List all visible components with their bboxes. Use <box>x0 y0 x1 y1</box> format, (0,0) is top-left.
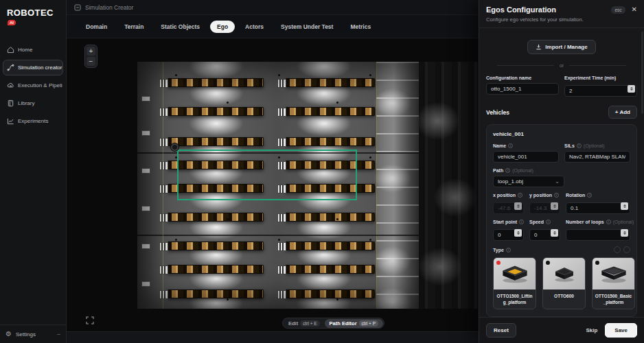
sils-input[interactable] <box>564 151 630 163</box>
panel-body: Import / Manage or Configuration name Ex… <box>479 28 644 317</box>
save-button[interactable]: Save <box>605 323 637 338</box>
vehicle-card: vehicle_001 Name SILs(Optional) Path(Opt… <box>486 124 637 317</box>
path-label: Path <box>493 168 503 173</box>
warehouse-map[interactable] <box>137 62 419 309</box>
cloud-pipeline-icon <box>7 82 14 89</box>
name-label: Name <box>493 143 506 148</box>
vehicle-name-input[interactable] <box>493 151 559 163</box>
experiment-time-label: Experiment Time (min) <box>564 75 616 80</box>
close-icon[interactable]: ✕ <box>632 6 637 13</box>
settings-row[interactable]: ⚙ Settings – <box>0 324 66 343</box>
tab-terrain[interactable]: Terrain <box>117 21 150 33</box>
robot-otto600-illustration <box>550 264 579 283</box>
import-manage-button[interactable]: Import / Manage <box>527 40 595 54</box>
vehicles-heading: Vehicles <box>486 109 509 116</box>
type-card-label: OTTO1500_Lifting_platform <box>494 289 536 309</box>
tab-domain[interactable]: Domain <box>79 21 114 33</box>
path-select[interactable]: loop_1.obj ⌄ <box>493 176 564 187</box>
info-icon[interactable] <box>505 168 510 173</box>
sidebar-item-home[interactable]: Home <box>3 42 63 58</box>
info-icon[interactable] <box>508 143 513 148</box>
configuration-name-field: Configuration name <box>486 75 559 97</box>
breadcrumb: Simulation Creator <box>85 4 133 11</box>
info-icon[interactable] <box>587 193 592 198</box>
path-select-value: loop_1.obj <box>498 178 523 185</box>
path-start-point-marker[interactable] <box>171 143 179 151</box>
x-position-field: x position <box>493 193 524 214</box>
stepper-icon[interactable] <box>621 229 628 237</box>
stepper-icon[interactable] <box>621 202 628 210</box>
edit-shortcut-badge: ctrl + E <box>300 320 319 327</box>
import-manage-label: Import / Manage <box>545 44 587 50</box>
tab-system-under-test[interactable]: System Under Test <box>274 21 340 33</box>
simulation-canvas[interactable]: + − Edit ctrl + E Path Editor ctrl + P <box>67 38 479 331</box>
sidebar-item-simulation-creator[interactable]: Simulation creator <box>3 60 63 75</box>
zoom-in-button[interactable]: + <box>87 47 95 56</box>
egos-configuration-panel: Egos Configuration esc ✕ Configure ego v… <box>479 0 644 343</box>
tab-actors[interactable]: Actors <box>238 21 271 33</box>
tab-metrics[interactable]: Metrics <box>343 21 378 33</box>
stepper-icon[interactable] <box>628 85 635 93</box>
sidebar-item-experiments[interactable]: Experiments <box>3 113 63 129</box>
info-icon[interactable] <box>554 193 559 198</box>
info-icon[interactable] <box>577 143 582 148</box>
info-icon[interactable] <box>518 193 522 198</box>
expand-icon <box>86 316 94 324</box>
status-strip <box>67 331 479 343</box>
type-card-otto600[interactable]: OTTO600 <box>542 257 586 309</box>
type-card-image <box>494 258 536 289</box>
or-divider: or <box>497 63 626 68</box>
panel-scrollbar[interactable] <box>641 32 643 114</box>
sidebar-nav: Home Simulation creator Execution & Pipe… <box>0 38 66 133</box>
stepper-icon[interactable] <box>551 229 558 237</box>
panel-footer: Reset Skip Save <box>479 317 644 343</box>
y-position-label: y position <box>529 193 552 198</box>
tab-static-objects[interactable]: Static Objects <box>154 21 207 33</box>
path-field: Path(Optional) loop_1.obj ⌄ <box>493 168 564 187</box>
fullscreen-button[interactable] <box>84 315 95 326</box>
route-icon <box>7 64 14 71</box>
path-editor-shortcut-badge: ctrl + P <box>359 320 378 327</box>
path-editor-mode-button[interactable]: Path Editor ctrl + P <box>325 319 383 328</box>
configuration-name-input[interactable] <box>486 83 559 95</box>
experiment-time-input[interactable] <box>564 85 637 97</box>
add-vehicle-button[interactable]: + Add <box>608 106 637 119</box>
info-icon[interactable] <box>546 220 551 224</box>
sidebar-item-label: Home <box>18 47 32 53</box>
brand-logo: ROBOTECAI <box>0 0 66 38</box>
zoom-controls: + − <box>84 45 97 68</box>
y-position-field: y position <box>529 193 560 214</box>
radio-selected-icon <box>496 261 501 265</box>
sidebar-item-label: Library <box>18 100 34 106</box>
radio-icon <box>546 261 550 265</box>
type-next-button[interactable] <box>623 246 630 253</box>
collapse-sidebar-icon[interactable]: – <box>57 331 60 338</box>
optional-hint: (Optional) <box>584 143 605 148</box>
warehouse-map-edge <box>419 62 478 309</box>
type-card-otto1500-lifting[interactable]: OTTO1500_Lifting_platform <box>493 257 536 309</box>
reset-button[interactable]: Reset <box>486 323 516 338</box>
robot-basic-illustration <box>598 263 630 284</box>
rotation-label: Rotation <box>566 193 585 198</box>
type-card-otto1500-basic[interactable]: OTTO1500_Basic_platform <box>592 257 635 309</box>
info-icon[interactable] <box>519 220 524 224</box>
type-prev-button[interactable] <box>614 246 621 253</box>
home-icon <box>7 46 14 54</box>
sidebar-item-execution-pipelines[interactable]: Execution & Pipelines <box>3 78 63 93</box>
robot-lifting-illustration <box>499 263 531 284</box>
info-icon[interactable] <box>606 220 611 224</box>
stepper-icon[interactable] <box>514 229 522 237</box>
chevron-down-icon: ⌄ <box>555 178 560 185</box>
brand-name: ROBOTEC <box>7 8 54 18</box>
number-of-loops-label: Number of loops <box>566 220 604 224</box>
zoom-out-button[interactable]: − <box>87 57 95 66</box>
info-icon[interactable] <box>506 248 511 252</box>
skip-button[interactable]: Skip <box>586 327 597 333</box>
sidebar-item-library[interactable]: Library <box>3 95 63 111</box>
panel-title: Egos Configuration <box>486 5 611 14</box>
x-position-label: x position <box>493 193 516 198</box>
ego-path-loop[interactable] <box>177 150 357 200</box>
esc-badge[interactable]: esc <box>611 6 625 14</box>
edit-mode-button[interactable]: Edit ctrl + E <box>284 319 325 328</box>
tab-ego[interactable]: Ego <box>210 21 235 33</box>
